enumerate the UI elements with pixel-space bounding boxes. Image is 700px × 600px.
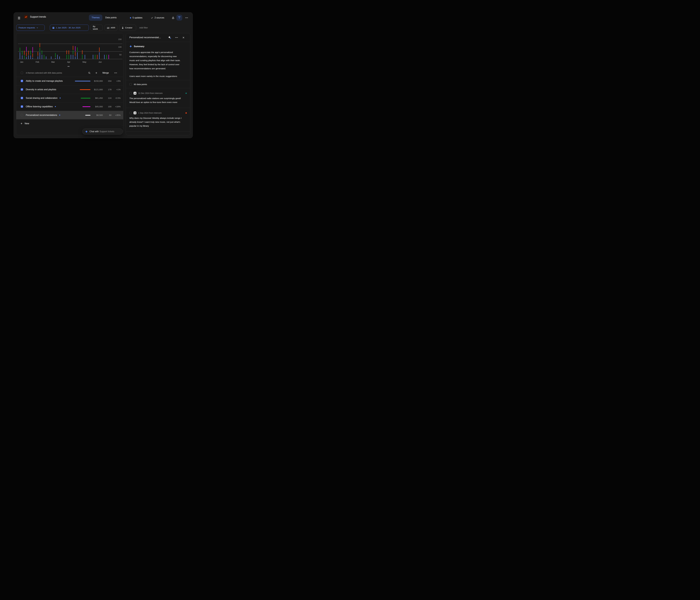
chart-column[interactable] (85, 33, 85, 59)
chart-column[interactable] (26, 33, 27, 59)
person-icon (122, 27, 124, 29)
chart-column[interactable] (59, 33, 60, 59)
chart-column[interactable] (99, 33, 100, 59)
select-all-checkbox[interactable]: ✓ (21, 72, 23, 74)
summary-header: Summary (129, 45, 187, 48)
chat-button[interactable]: Chat with Support tickets (82, 128, 123, 135)
bar-segment-green (44, 55, 44, 59)
bar-segment-blue (51, 56, 51, 59)
theme-arr-value: $81,450 (95, 94, 103, 102)
chart-column[interactable] (106, 33, 107, 59)
bar-segment-blue (75, 56, 75, 59)
list-more-icon[interactable] (114, 71, 118, 75)
theme-checkbox[interactable]: ✓ (21, 105, 23, 108)
theme-row[interactable]: ✓Diversity in artists and playlists$121,… (16, 85, 123, 94)
chart-column[interactable] (28, 33, 29, 59)
share-icon[interactable] (171, 16, 175, 20)
datapoint-entry-clipped[interactable]: ✓ (126, 132, 190, 135)
chart-column[interactable] (32, 33, 33, 59)
tab-data-points[interactable]: Data points (103, 15, 119, 21)
ai-sparkles-icon[interactable] (168, 35, 172, 40)
menu-icon[interactable] (17, 16, 21, 20)
chart-column[interactable] (22, 33, 22, 59)
updates-indicator[interactable]: 5 updates (130, 16, 142, 20)
merge-button[interactable]: Merge (102, 69, 109, 77)
theme-type-filter[interactable]: Feature requests (16, 25, 45, 31)
bar-segment-orange (40, 43, 40, 47)
chart-column[interactable] (46, 33, 46, 59)
datapoint-checkbox[interactable]: ✓ (129, 112, 132, 114)
chart-column[interactable] (71, 33, 71, 59)
bar-segment-blue (93, 55, 93, 59)
datapoint-checkbox[interactable]: ✓ (129, 92, 132, 95)
intercom-icon (133, 111, 136, 114)
bar-segment-orange (69, 50, 69, 54)
chart-column[interactable] (67, 33, 67, 59)
bar-segment-green (69, 55, 69, 59)
chart-column[interactable] (57, 33, 58, 59)
theme-checkbox[interactable]: ✓ (21, 114, 23, 116)
bar-segment-green (40, 48, 40, 52)
theme-row[interactable]: ✓Personalized recommendations$8,50060+35… (16, 111, 123, 119)
theme-change: +16% (115, 102, 121, 111)
chart-column[interactable] (97, 33, 97, 59)
chart-column[interactable] (51, 33, 51, 59)
more-icon[interactable] (184, 16, 189, 20)
chart-column[interactable] (20, 33, 20, 59)
chart-column[interactable] (44, 33, 44, 59)
theme-row[interactable]: ✓Ability to create and manage playlists$… (16, 77, 123, 85)
datapoint-entry[interactable]: ✓11 Dec 2024 from IntercomThe personaliz… (126, 88, 190, 108)
update-dot-icon (59, 114, 60, 115)
sources-indicator[interactable]: 2 sources (151, 16, 164, 20)
screen: Support trends Themes Data points 5 upda… (0, 0, 206, 150)
theme-trend-line (85, 115, 91, 115)
chart-column[interactable] (24, 33, 25, 59)
theme-checkbox[interactable]: ✓ (21, 97, 23, 99)
arr-filter[interactable]: 123 ARR (105, 25, 117, 31)
theme-count: 204 (108, 77, 111, 85)
datapoints-checkbox[interactable]: ✓ (129, 83, 132, 85)
chart-column[interactable] (93, 33, 93, 59)
datapoint-entry[interactable]: ✓1 Sep 2024 from IntercomWhy does my Dis… (126, 108, 190, 132)
bar-segment-green (42, 50, 42, 54)
chart-column[interactable] (40, 33, 40, 59)
chart-column[interactable] (38, 33, 38, 59)
bar-segment-green (67, 55, 67, 59)
chart-column[interactable] (95, 33, 95, 59)
date-range-filter[interactable]: 1 Jan 2025 - 30 Jun 2025 (50, 25, 89, 31)
chart-column[interactable] (104, 33, 105, 59)
main-window: Support trends Themes Data points 5 upda… (14, 12, 193, 138)
bar-segment-blue (40, 52, 40, 59)
filter-icon[interactable] (176, 15, 182, 21)
chart-column[interactable] (69, 33, 69, 59)
chart-column[interactable] (55, 33, 56, 59)
chart-column[interactable] (30, 33, 31, 59)
tab-themes[interactable]: Themes (89, 15, 102, 21)
theme-checkbox[interactable]: ✓ (21, 80, 23, 82)
panel-more-icon[interactable] (174, 35, 179, 40)
theme-label: Offline listening capabilities (26, 102, 56, 111)
bar-segment-blue (71, 55, 71, 59)
app-logo-icon (24, 15, 28, 19)
search-icon[interactable] (87, 71, 92, 75)
chart-scroll-pill[interactable] (68, 66, 70, 67)
add-filter-button[interactable]: Add filter (139, 25, 148, 31)
add-theme-icon[interactable] (94, 71, 99, 75)
theme-row[interactable]: ✓Offline listening capabilities$45,00010… (16, 102, 123, 111)
granularity-filter[interactable]: By week (91, 25, 103, 31)
theme-row[interactable]: ✓Social sharing and collaboration$81,450… (16, 94, 123, 102)
chart-column[interactable] (82, 33, 82, 59)
chart-column[interactable] (77, 33, 78, 59)
creator-filter[interactable]: Creator (119, 25, 136, 31)
bar-segment-green (22, 51, 22, 55)
new-theme-button[interactable]: + New (16, 119, 123, 128)
creator-label: Creator (125, 26, 132, 29)
chart-column[interactable] (108, 33, 109, 59)
chart-column[interactable] (75, 33, 75, 59)
status-dot-icon (185, 93, 187, 94)
bar-segment-orange (99, 47, 100, 52)
chart-column[interactable] (73, 33, 73, 59)
close-icon[interactable] (181, 35, 185, 40)
chart-column[interactable] (42, 33, 42, 59)
theme-checkbox[interactable]: ✓ (21, 88, 23, 91)
